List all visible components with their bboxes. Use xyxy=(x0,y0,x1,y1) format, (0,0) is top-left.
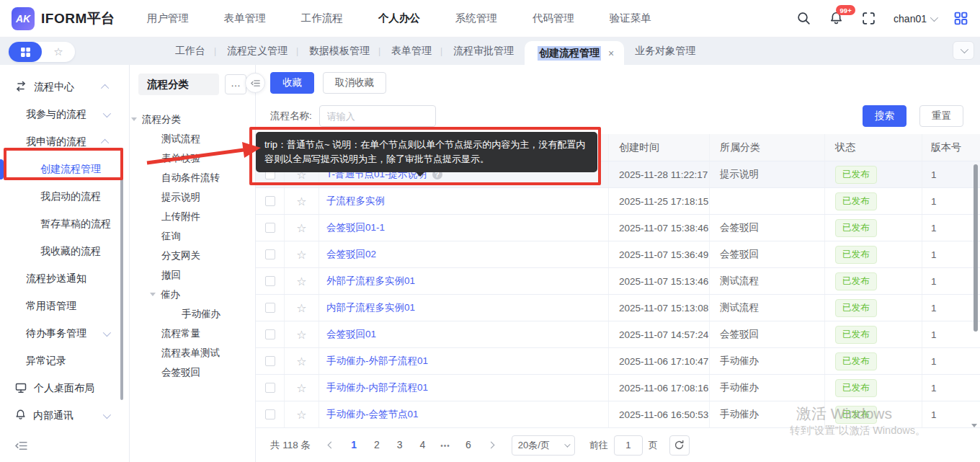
sidebar-item[interactable]: 个人桌面布局 xyxy=(0,375,129,402)
next-page-button[interactable] xyxy=(483,435,500,456)
tree-node[interactable]: 催办 xyxy=(130,285,255,304)
page-number-button[interactable]: 3 xyxy=(390,435,410,455)
nav-menu-item[interactable]: 用户管理 xyxy=(147,12,189,25)
tree-more-button[interactable]: … xyxy=(225,74,246,94)
row-star-icon[interactable]: ☆ xyxy=(296,301,306,315)
row-star-icon[interactable]: ☆ xyxy=(296,195,306,208)
sidebar-scrollbar[interactable] xyxy=(120,148,123,400)
favorite-star-button[interactable]: ☆ xyxy=(42,45,75,58)
sidebar-item[interactable]: 我参与的流程 xyxy=(0,101,129,128)
apps-grid-button[interactable] xyxy=(9,42,42,62)
tree-node[interactable]: 征询 xyxy=(130,226,255,246)
process-name-link[interactable]: 会签驳回01-1 xyxy=(326,221,385,234)
tree-node[interactable]: 提示说明 xyxy=(130,187,255,207)
reset-button[interactable]: 重置 xyxy=(919,105,963,127)
sidebar-item[interactable]: 流程中心 xyxy=(0,74,129,101)
tree-node[interactable]: 上传附件 xyxy=(130,207,255,226)
sidebar-item[interactable]: 待办事务管理 xyxy=(0,320,129,347)
row-star-icon[interactable]: ☆ xyxy=(296,328,306,342)
sidebar-item[interactable]: 常用语管理 xyxy=(0,293,129,320)
tree-node[interactable]: 流程分类 xyxy=(130,110,255,129)
nav-menu-item[interactable]: 验证菜单 xyxy=(610,12,651,25)
row-star-icon[interactable]: ☆ xyxy=(296,248,306,262)
goto-page-input[interactable] xyxy=(614,435,643,456)
tree-node[interactable]: 撤回 xyxy=(130,265,255,285)
search-button[interactable]: 搜索 xyxy=(863,105,906,127)
row-star-icon[interactable]: ☆ xyxy=(296,355,306,368)
tab-item[interactable]: 流程审批管理 xyxy=(442,37,525,65)
row-checkbox[interactable] xyxy=(265,409,275,419)
tree-node[interactable]: 流程表单测试 xyxy=(130,343,255,363)
row-star-icon[interactable]: ☆ xyxy=(296,221,306,235)
tree-node[interactable]: 分支网关 xyxy=(130,246,255,265)
tab-item[interactable]: 流程定义管理 xyxy=(216,37,298,65)
close-icon[interactable]: × xyxy=(608,48,614,59)
page-number-button[interactable]: 6 xyxy=(458,435,478,455)
page-number-button[interactable]: ••• xyxy=(435,435,455,456)
row-star-icon[interactable]: ☆ xyxy=(296,275,306,288)
scrollbar-down-arrow[interactable] xyxy=(971,424,977,427)
row-checkbox[interactable] xyxy=(265,303,275,313)
tab-item[interactable]: 创建流程管理 × xyxy=(525,41,624,65)
page-number-button[interactable]: 1 xyxy=(344,435,364,455)
apps-grid-icon[interactable] xyxy=(953,11,968,26)
tree-panel-title[interactable]: 流程分类 xyxy=(138,74,219,95)
tab-item[interactable]: 工作台 xyxy=(164,37,216,65)
favorite-button[interactable]: 收藏 xyxy=(270,72,314,94)
tree-node[interactable]: 流程常量 xyxy=(130,324,255,343)
process-name-link[interactable]: 会签驳回01 xyxy=(326,328,376,341)
tree-node[interactable]: 手动催办 xyxy=(130,304,255,324)
page-size-select[interactable]: 20条/页 xyxy=(512,435,575,456)
process-name-link[interactable]: 会签驳回02 xyxy=(326,248,376,261)
table-scrollbar[interactable] xyxy=(974,164,978,332)
process-name-link[interactable]: 外部子流程多实例01 xyxy=(326,275,415,288)
fullscreen-icon[interactable] xyxy=(861,11,876,26)
process-name-link[interactable]: 手动催办-内部子流程01 xyxy=(326,381,428,394)
tree-node[interactable]: 测试流程 xyxy=(130,129,255,148)
notification-bell-icon[interactable]: 99+ xyxy=(829,11,844,26)
caret-expanded-icon[interactable] xyxy=(150,293,156,296)
page-number-button[interactable]: 2 xyxy=(367,435,387,455)
nav-menu-item[interactable]: 个人办公 xyxy=(378,12,420,25)
tree-node[interactable]: 自动条件流转 xyxy=(130,168,255,187)
sidebar-item[interactable]: 内部通讯 xyxy=(0,402,129,430)
row-checkbox[interactable] xyxy=(265,356,275,366)
panel-collapse-button[interactable] xyxy=(245,73,265,93)
process-name-link[interactable]: 手动催办-外部子流程01 xyxy=(326,355,428,368)
tab-item[interactable]: 表单管理 xyxy=(380,37,442,65)
tab-item[interactable]: 数据模板管理 xyxy=(298,37,380,65)
prev-page-button[interactable] xyxy=(322,435,339,456)
row-star-icon[interactable]: ☆ xyxy=(296,408,306,422)
process-name-link[interactable]: 手动催办-会签节点01 xyxy=(326,408,419,421)
process-name-link[interactable]: 子流程多实例 xyxy=(326,195,385,208)
nav-menu-item[interactable]: 表单管理 xyxy=(224,12,266,25)
sidebar-item[interactable]: 我申请的流程 xyxy=(0,128,129,156)
row-star-icon[interactable]: ☆ xyxy=(296,381,306,395)
process-name-link[interactable]: 内部子流程多实例01 xyxy=(326,301,415,314)
sidebar-item[interactable]: 暂存草稿的流程 xyxy=(0,210,129,238)
search-icon[interactable] xyxy=(796,11,811,26)
refresh-button[interactable] xyxy=(669,435,690,456)
tree-node[interactable]: 会签驳回 xyxy=(130,363,255,382)
row-checkbox[interactable] xyxy=(265,276,275,286)
tab-item[interactable]: 业务对象管理 xyxy=(624,37,706,65)
row-checkbox[interactable] xyxy=(265,329,275,339)
caret-expanded-icon[interactable] xyxy=(131,117,137,121)
row-checkbox[interactable] xyxy=(265,383,275,393)
tree-node[interactable]: 表单校验 xyxy=(130,148,255,168)
row-checkbox[interactable] xyxy=(265,223,275,233)
nav-menu-item[interactable]: 代码管理 xyxy=(533,12,574,25)
nav-menu-item[interactable]: 工作流程 xyxy=(301,12,343,25)
sidebar-item[interactable]: 异常记录 xyxy=(0,347,129,375)
process-name-input[interactable] xyxy=(319,105,436,127)
nav-menu-item[interactable]: 系统管理 xyxy=(455,12,497,25)
row-checkbox[interactable] xyxy=(265,249,275,259)
sidebar-item[interactable]: 我启动的流程 xyxy=(0,183,129,210)
row-checkbox[interactable] xyxy=(265,196,275,206)
sidebar-item[interactable]: 我收藏的流程 xyxy=(0,238,129,265)
sidebar-collapse-button[interactable] xyxy=(0,430,129,462)
sidebar-item[interactable]: 流程抄送通知 xyxy=(0,265,129,293)
unfavorite-button[interactable]: 取消收藏 xyxy=(323,72,386,94)
tab-overflow-button[interactable] xyxy=(953,41,974,60)
user-menu[interactable]: chan01 xyxy=(894,13,936,25)
